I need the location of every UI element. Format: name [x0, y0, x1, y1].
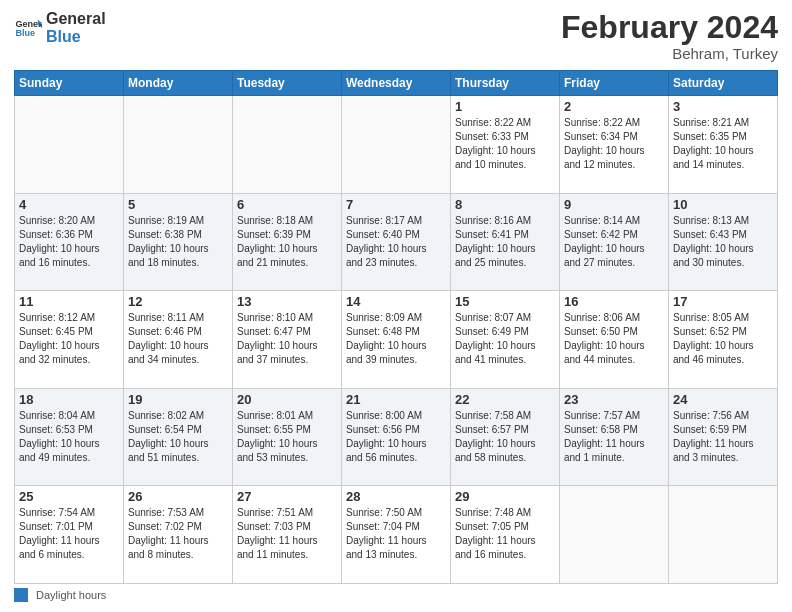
logo-blue: Blue	[46, 28, 106, 46]
cell-info: Sunrise: 8:19 AMSunset: 6:38 PMDaylight:…	[128, 214, 228, 270]
calendar-cell: 24Sunrise: 7:56 AMSunset: 6:59 PMDayligh…	[669, 388, 778, 486]
legend-color-box	[14, 588, 28, 602]
footer: Daylight hours	[14, 588, 778, 602]
title-block: February 2024 Behram, Turkey	[561, 10, 778, 62]
calendar-cell: 27Sunrise: 7:51 AMSunset: 7:03 PMDayligh…	[233, 486, 342, 584]
cell-info: Sunrise: 8:21 AMSunset: 6:35 PMDaylight:…	[673, 116, 773, 172]
calendar-cell: 13Sunrise: 8:10 AMSunset: 6:47 PMDayligh…	[233, 291, 342, 389]
calendar-cell: 28Sunrise: 7:50 AMSunset: 7:04 PMDayligh…	[342, 486, 451, 584]
calendar-cell: 15Sunrise: 8:07 AMSunset: 6:49 PMDayligh…	[451, 291, 560, 389]
calendar-cell: 6Sunrise: 8:18 AMSunset: 6:39 PMDaylight…	[233, 193, 342, 291]
day-number: 12	[128, 294, 228, 309]
cell-info: Sunrise: 8:20 AMSunset: 6:36 PMDaylight:…	[19, 214, 119, 270]
day-number: 8	[455, 197, 555, 212]
page: General Blue General Blue February 2024 …	[0, 0, 792, 612]
day-number: 22	[455, 392, 555, 407]
cell-info: Sunrise: 7:50 AMSunset: 7:04 PMDaylight:…	[346, 506, 446, 562]
calendar-week-row: 25Sunrise: 7:54 AMSunset: 7:01 PMDayligh…	[15, 486, 778, 584]
calendar-cell: 3Sunrise: 8:21 AMSunset: 6:35 PMDaylight…	[669, 96, 778, 194]
calendar-cell	[560, 486, 669, 584]
cell-info: Sunrise: 7:57 AMSunset: 6:58 PMDaylight:…	[564, 409, 664, 465]
calendar-header-row: SundayMondayTuesdayWednesdayThursdayFrid…	[15, 71, 778, 96]
location: Behram, Turkey	[561, 45, 778, 62]
cell-info: Sunrise: 7:54 AMSunset: 7:01 PMDaylight:…	[19, 506, 119, 562]
cell-info: Sunrise: 8:06 AMSunset: 6:50 PMDaylight:…	[564, 311, 664, 367]
day-number: 18	[19, 392, 119, 407]
calendar-week-row: 1Sunrise: 8:22 AMSunset: 6:33 PMDaylight…	[15, 96, 778, 194]
day-number: 3	[673, 99, 773, 114]
calendar-cell: 2Sunrise: 8:22 AMSunset: 6:34 PMDaylight…	[560, 96, 669, 194]
calendar-cell: 9Sunrise: 8:14 AMSunset: 6:42 PMDaylight…	[560, 193, 669, 291]
day-number: 13	[237, 294, 337, 309]
calendar-header-wednesday: Wednesday	[342, 71, 451, 96]
cell-info: Sunrise: 7:48 AMSunset: 7:05 PMDaylight:…	[455, 506, 555, 562]
cell-info: Sunrise: 8:00 AMSunset: 6:56 PMDaylight:…	[346, 409, 446, 465]
cell-info: Sunrise: 8:13 AMSunset: 6:43 PMDaylight:…	[673, 214, 773, 270]
calendar-week-row: 18Sunrise: 8:04 AMSunset: 6:53 PMDayligh…	[15, 388, 778, 486]
logo-general: General	[46, 10, 106, 28]
cell-info: Sunrise: 8:10 AMSunset: 6:47 PMDaylight:…	[237, 311, 337, 367]
calendar-cell: 11Sunrise: 8:12 AMSunset: 6:45 PMDayligh…	[15, 291, 124, 389]
cell-info: Sunrise: 8:17 AMSunset: 6:40 PMDaylight:…	[346, 214, 446, 270]
day-number: 1	[455, 99, 555, 114]
calendar-cell: 19Sunrise: 8:02 AMSunset: 6:54 PMDayligh…	[124, 388, 233, 486]
cell-info: Sunrise: 8:22 AMSunset: 6:34 PMDaylight:…	[564, 116, 664, 172]
day-number: 7	[346, 197, 446, 212]
day-number: 5	[128, 197, 228, 212]
day-number: 23	[564, 392, 664, 407]
cell-info: Sunrise: 8:18 AMSunset: 6:39 PMDaylight:…	[237, 214, 337, 270]
day-number: 21	[346, 392, 446, 407]
calendar-cell	[124, 96, 233, 194]
day-number: 19	[128, 392, 228, 407]
day-number: 4	[19, 197, 119, 212]
calendar-cell: 7Sunrise: 8:17 AMSunset: 6:40 PMDaylight…	[342, 193, 451, 291]
day-number: 24	[673, 392, 773, 407]
day-number: 11	[19, 294, 119, 309]
day-number: 26	[128, 489, 228, 504]
calendar-cell: 10Sunrise: 8:13 AMSunset: 6:43 PMDayligh…	[669, 193, 778, 291]
day-number: 17	[673, 294, 773, 309]
cell-info: Sunrise: 8:01 AMSunset: 6:55 PMDaylight:…	[237, 409, 337, 465]
cell-info: Sunrise: 7:51 AMSunset: 7:03 PMDaylight:…	[237, 506, 337, 562]
cell-info: Sunrise: 8:14 AMSunset: 6:42 PMDaylight:…	[564, 214, 664, 270]
cell-info: Sunrise: 7:58 AMSunset: 6:57 PMDaylight:…	[455, 409, 555, 465]
day-number: 27	[237, 489, 337, 504]
cell-info: Sunrise: 8:12 AMSunset: 6:45 PMDaylight:…	[19, 311, 119, 367]
calendar-cell	[233, 96, 342, 194]
calendar-cell: 18Sunrise: 8:04 AMSunset: 6:53 PMDayligh…	[15, 388, 124, 486]
calendar-cell: 5Sunrise: 8:19 AMSunset: 6:38 PMDaylight…	[124, 193, 233, 291]
calendar-cell: 20Sunrise: 8:01 AMSunset: 6:55 PMDayligh…	[233, 388, 342, 486]
calendar-cell: 17Sunrise: 8:05 AMSunset: 6:52 PMDayligh…	[669, 291, 778, 389]
cell-info: Sunrise: 8:05 AMSunset: 6:52 PMDaylight:…	[673, 311, 773, 367]
header: General Blue General Blue February 2024 …	[14, 10, 778, 62]
cell-info: Sunrise: 8:02 AMSunset: 6:54 PMDaylight:…	[128, 409, 228, 465]
day-number: 29	[455, 489, 555, 504]
cell-info: Sunrise: 8:16 AMSunset: 6:41 PMDaylight:…	[455, 214, 555, 270]
calendar-cell: 4Sunrise: 8:20 AMSunset: 6:36 PMDaylight…	[15, 193, 124, 291]
cell-info: Sunrise: 8:09 AMSunset: 6:48 PMDaylight:…	[346, 311, 446, 367]
legend-label: Daylight hours	[36, 589, 106, 601]
calendar-header-monday: Monday	[124, 71, 233, 96]
calendar-cell	[669, 486, 778, 584]
calendar-cell: 29Sunrise: 7:48 AMSunset: 7:05 PMDayligh…	[451, 486, 560, 584]
cell-info: Sunrise: 8:22 AMSunset: 6:33 PMDaylight:…	[455, 116, 555, 172]
calendar-cell	[15, 96, 124, 194]
calendar-header-friday: Friday	[560, 71, 669, 96]
day-number: 2	[564, 99, 664, 114]
svg-text:Blue: Blue	[15, 28, 35, 38]
calendar-cell: 16Sunrise: 8:06 AMSunset: 6:50 PMDayligh…	[560, 291, 669, 389]
logo: General Blue General Blue	[14, 10, 106, 45]
day-number: 10	[673, 197, 773, 212]
cell-info: Sunrise: 7:53 AMSunset: 7:02 PMDaylight:…	[128, 506, 228, 562]
day-number: 9	[564, 197, 664, 212]
day-number: 15	[455, 294, 555, 309]
calendar-header-thursday: Thursday	[451, 71, 560, 96]
cell-info: Sunrise: 8:11 AMSunset: 6:46 PMDaylight:…	[128, 311, 228, 367]
calendar-cell	[342, 96, 451, 194]
calendar-header-tuesday: Tuesday	[233, 71, 342, 96]
calendar-table: SundayMondayTuesdayWednesdayThursdayFrid…	[14, 70, 778, 584]
day-number: 28	[346, 489, 446, 504]
cell-info: Sunrise: 8:04 AMSunset: 6:53 PMDaylight:…	[19, 409, 119, 465]
calendar-cell: 26Sunrise: 7:53 AMSunset: 7:02 PMDayligh…	[124, 486, 233, 584]
cell-info: Sunrise: 8:07 AMSunset: 6:49 PMDaylight:…	[455, 311, 555, 367]
